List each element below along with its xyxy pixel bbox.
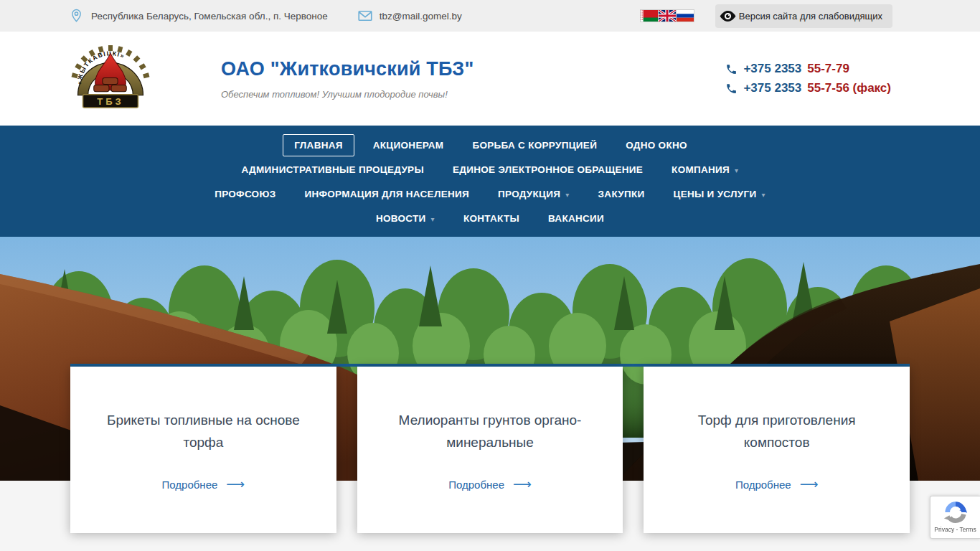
chevron-down-icon: ▾ [565,191,569,199]
russian-flag[interactable] [677,10,694,22]
nav-item-produkciya[interactable]: ПРОДУКЦИЯ▾ [484,189,584,199]
nav-item-glavnaya[interactable]: ГЛАВНАЯ [283,134,354,156]
phone-link-2[interactable]: +375 2353 55-7-56 (факс) [725,81,891,95]
nav-item-akcioneram[interactable]: АКЦИОНЕРАМ [359,140,458,151]
product-card-title: Брикеты топливные на основе торфа [95,409,311,453]
phone-number: 55-7-56 (факс) [807,81,891,95]
accessibility-version-button[interactable]: Версия сайта для слабовидящих [715,4,892,28]
nav-item-informaciya-dlya-naseleniya[interactable]: ИНФОРМАЦИЯ ДЛЯ НАСЕЛЕНИЯ [290,189,484,199]
more-link-peat-compost[interactable]: Подробнее ⟶ [735,478,819,491]
arrow-right-icon: ⟶ [226,478,245,491]
product-slider: Брикеты топливные на основе торфа Подроб… [70,364,910,533]
phone-block: +375 2353 55-7-79 +375 2353 55-7-56 (фак… [725,57,891,100]
main-navigation: ГЛАВНАЯ АКЦИОНЕРАМ БОРЬБА С КОРРУПЦИЕЙ О… [0,126,980,237]
chevron-down-icon: ▾ [762,191,765,199]
product-card-peat-compost: Торф для приготовления компостов Подробн… [644,367,910,533]
company-name: ОАО "Житковичский ТБЗ" [221,58,725,80]
nav-item-edinoe-elektronnoe-obrashchenie[interactable]: ЕДИНОЕ ЭЛЕКТРОННОЕ ОБРАЩЕНИЕ [438,164,657,175]
recaptcha-logo-icon [943,500,968,524]
address-block: Республика Беларусь, Гомельская обл., п.… [70,9,328,23]
nav-item-odno-okno[interactable]: ОДНО ОКНО [611,140,702,151]
language-switcher [641,10,694,22]
recaptcha-privacy-terms-link[interactable]: Privacy - Terms [934,526,976,533]
phone-link-1[interactable]: +375 2353 55-7-79 [725,62,891,76]
logo-plate-text: ТБЗ [97,95,124,106]
phone-icon [725,63,738,75]
nav-item-zakupki[interactable]: ЗАКУПКИ [584,189,659,199]
product-card-title: Торф для приготовления компостов [669,409,885,453]
nav-item-kontakty[interactable]: КОНТАКТЫ [449,213,534,224]
english-flag[interactable] [659,10,676,22]
company-address: Республика Беларусь, Гомельская обл., п.… [91,11,328,22]
product-card-title: Мелиоранты грунтов органо-минеральные [382,409,598,453]
hero-section: Брикеты топливные на основе торфа Подроб… [0,237,980,481]
belarusian-flag[interactable] [641,10,658,22]
arrow-right-icon: ⟶ [800,478,819,491]
chevron-down-icon: ▾ [431,215,435,223]
nav-item-novosti[interactable]: НОВОСТИ▾ [362,213,449,224]
phone-code: +375 2353 [743,62,801,76]
phone-icon [725,83,738,95]
location-pin-icon [70,9,83,23]
chevron-down-icon: ▾ [735,166,738,174]
nav-item-vakansii[interactable]: ВАКАНСИИ [534,213,618,224]
nav-item-administrativnye-procedury[interactable]: АДМИНИСТРАТИВНЫЕ ПРОЦЕДУРЫ [227,164,438,175]
more-link-meliorants[interactable]: Подробнее ⟶ [448,478,532,491]
site-header: «ЖЫТКАВІЦКІ» ТБЗ ОАО "Житковичский ТБЗ" … [0,32,980,126]
more-link-briquettes[interactable]: Подробнее ⟶ [162,478,245,491]
email-block: tbz@mail.gomel.by [358,10,462,22]
phone-number: 55-7-79 [807,62,849,76]
topbar: Республика Беларусь, Гомельская обл., п.… [0,0,980,32]
envelope-icon [358,10,372,22]
company-logo[interactable]: «ЖЫТКАВІЦКІ» ТБЗ [70,43,221,115]
phone-code: +375 2353 [743,81,801,95]
nav-item-profsoyuz[interactable]: ПРОФСОЮЗ [200,189,290,199]
product-card-briquettes: Брикеты топливные на основе торфа Подроб… [70,367,336,533]
accessibility-version-label: Версия сайта для слабовидящих [739,11,882,22]
email-link[interactable]: tbz@mail.gomel.by [380,11,462,22]
company-slogan: Обеспечим топливом! Улучшим плодородие п… [221,89,725,100]
arrow-right-icon: ⟶ [513,478,532,491]
nav-item-ceny-i-uslugi[interactable]: ЦЕНЫ И УСЛУГИ▾ [659,189,780,199]
nav-item-kompaniya[interactable]: КОМПАНИЯ▾ [657,164,753,175]
eye-icon [718,6,738,26]
nav-item-borba-s-korrupciej[interactable]: БОРЬБА С КОРРУПЦИЕЙ [458,140,611,151]
recaptcha-badge[interactable]: Privacy - Terms [930,496,980,539]
product-card-meliorants: Мелиоранты грунтов органо-минеральные По… [357,367,623,533]
